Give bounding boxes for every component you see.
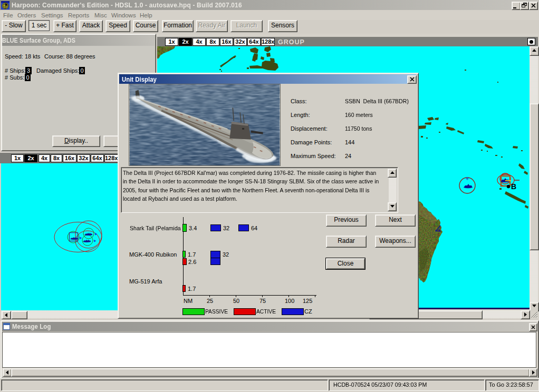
svg-text:B: B [511, 182, 516, 191]
